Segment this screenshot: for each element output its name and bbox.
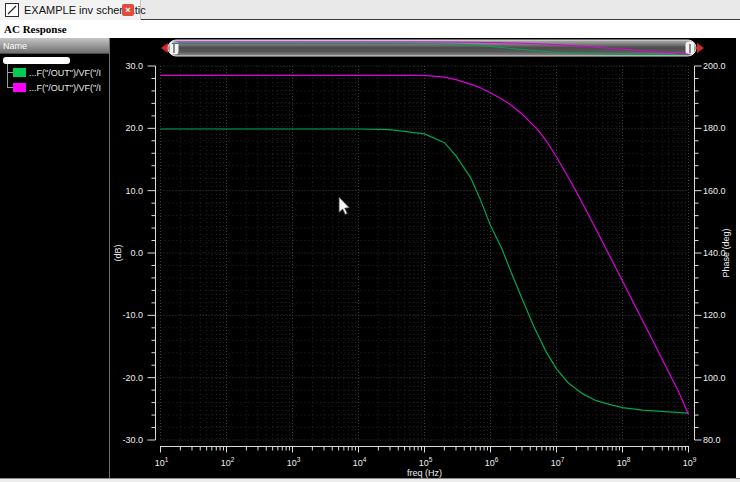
legend-scrollbar-thumb[interactable] [3, 57, 70, 64]
document-icon [5, 3, 19, 17]
title-bar: AC Response [0, 21, 740, 38]
name-column-header[interactable]: Name [0, 38, 109, 54]
tab-example-inv-schematic[interactable]: EXAMPLE inv schematic × [0, 0, 141, 20]
status-bar [0, 478, 740, 482]
legend-label: ...F("/OUT")/VF("/I [29, 68, 101, 78]
legend-tree-line [7, 64, 8, 88]
legend-item-phase[interactable]: ...F("/OUT")/VF("/I [13, 82, 109, 93]
close-icon[interactable]: × [122, 4, 134, 16]
page-title: AC Response [4, 23, 67, 35]
phase-swatch-icon [13, 83, 26, 92]
signal-list-panel: Name ...F("/OUT")/VF("/I ...F("/OUT")/VF… [0, 38, 110, 478]
plot-panel [110, 38, 736, 478]
magnitude-swatch-icon [13, 68, 26, 77]
ac-response-window: EXAMPLE inv schematic × AC Response Name… [0, 0, 740, 482]
legend-item-magnitude[interactable]: ...F("/OUT")/VF("/I [13, 67, 109, 78]
legend-label: ...F("/OUT")/VF("/I [29, 83, 101, 93]
tab-bar: EXAMPLE inv schematic × [0, 0, 740, 20]
